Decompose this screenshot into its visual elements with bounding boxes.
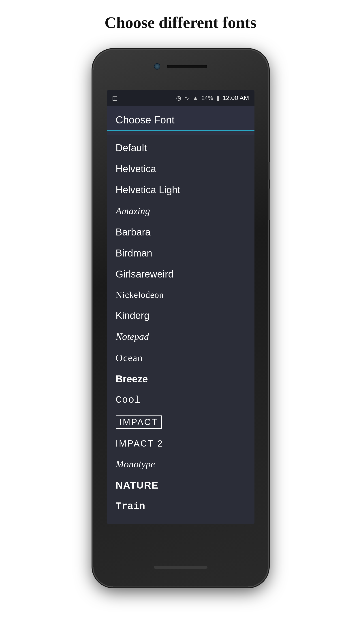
font-item-helvetica[interactable]: Helvetica	[107, 158, 254, 179]
status-left-icons: ◫	[112, 94, 118, 102]
font-label-breeze: Breeze	[116, 374, 148, 384]
font-list[interactable]: DefaultHelveticaHelvetica LightAmazingBa…	[107, 135, 254, 524]
font-item-girlsareweird[interactable]: Girlsareweird	[107, 264, 254, 285]
home-indicator[interactable]	[154, 566, 207, 569]
font-label-helvetica: Helvetica	[116, 163, 156, 174]
volume-button[interactable]	[268, 188, 270, 220]
wifi-icon: ∿	[184, 94, 189, 102]
font-item-ocean[interactable]: Ocean	[107, 347, 254, 368]
status-time: 12:00 AM	[222, 94, 249, 102]
battery-level: 24%	[201, 94, 213, 102]
dialog-title: Choose Font	[116, 114, 245, 126]
signal-icon: ▲	[192, 94, 198, 102]
font-item-train[interactable]: Train	[107, 496, 254, 517]
font-label-helvetica-light: Helvetica Light	[116, 184, 180, 195]
alarm-icon: ◷	[176, 94, 181, 102]
font-label-notepad: Notepad	[116, 331, 149, 342]
phone-top-area	[147, 63, 214, 70]
font-item-default[interactable]: Default	[107, 137, 254, 158]
status-bar: ◫ ◷ ∿ ▲ 24% ▮ 12:00 AM	[107, 90, 254, 106]
font-item-notepad[interactable]: Notepad	[107, 326, 254, 347]
font-item-impact2[interactable]: IMPACT 2	[107, 434, 254, 454]
battery-icon: ▮	[216, 94, 219, 102]
font-label-impact2: IMPACT 2	[116, 438, 163, 448]
font-item-birdman[interactable]: Birdman	[107, 242, 254, 264]
image-icon: ◫	[112, 94, 118, 102]
speaker	[167, 64, 207, 68]
font-label-ocean: Ocean	[116, 352, 143, 363]
power-button[interactable]	[268, 162, 270, 180]
font-label-nickelodeon: Nickelodeon	[116, 290, 164, 300]
dialog-separator	[107, 130, 254, 130]
app-content: Choose Font DefaultHelveticaHelvetica Li…	[107, 106, 254, 524]
font-item-helvetica-light[interactable]: Helvetica Light	[107, 179, 254, 200]
font-item-kinderg[interactable]: Kinderg	[107, 305, 254, 326]
page-title: Choose different fonts	[105, 14, 256, 32]
dialog-header: Choose Font	[107, 106, 254, 135]
font-label-nature: NATURE	[116, 480, 159, 490]
font-label-van: Van	[116, 522, 132, 524]
font-item-breeze[interactable]: Breeze	[107, 368, 254, 390]
font-label-train: Train	[116, 501, 145, 512]
font-label-amazing: Amazing	[116, 206, 150, 216]
font-label-girlsareweird: Girlsareweird	[116, 268, 174, 280]
font-item-van[interactable]: Van	[107, 517, 254, 524]
font-item-impact[interactable]: IMPACT	[107, 410, 254, 434]
font-item-nickelodeon[interactable]: Nickelodeon	[107, 285, 254, 305]
status-right-area: ◷ ∿ ▲ 24% ▮ 12:00 AM	[176, 94, 249, 102]
phone-screen: ◫ ◷ ∿ ▲ 24% ▮ 12:00 AM Choose Font	[107, 90, 254, 524]
front-camera	[154, 63, 160, 70]
font-label-monotype: Monotype	[116, 459, 155, 470]
font-label-kinderg: Kinderg	[116, 310, 150, 321]
font-item-amazing[interactable]: Amazing	[107, 200, 254, 222]
font-item-nature[interactable]: NATURE	[107, 475, 254, 496]
phone-device: ◫ ◷ ∿ ▲ 24% ▮ 12:00 AM Choose Font	[93, 50, 268, 586]
font-item-barbara[interactable]: Barbara	[107, 222, 254, 242]
font-label-default: Default	[116, 142, 147, 153]
phone-shell: ◫ ◷ ∿ ▲ 24% ▮ 12:00 AM Choose Font	[93, 50, 268, 586]
font-label-birdman: Birdman	[116, 248, 152, 258]
font-label-impact: IMPACT	[116, 416, 162, 429]
font-item-cool[interactable]: Cool	[107, 390, 254, 410]
font-item-monotype[interactable]: Monotype	[107, 454, 254, 475]
font-label-barbara: Barbara	[116, 226, 151, 238]
font-label-cool: Cool	[116, 394, 141, 406]
